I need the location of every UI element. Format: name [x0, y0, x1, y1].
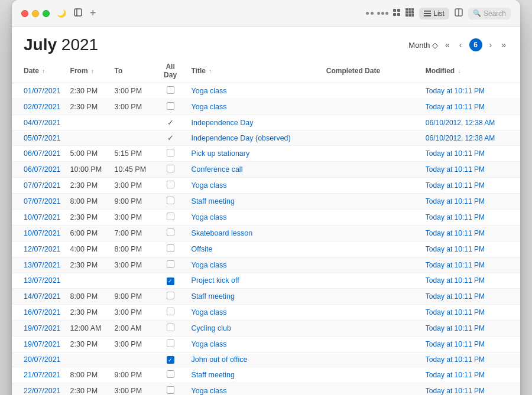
- date-cell[interactable]: 07/07/2021: [12, 194, 66, 210]
- checkbox-unchecked[interactable]: [167, 324, 174, 331]
- add-icon[interactable]: +: [90, 7, 96, 19]
- date-cell[interactable]: 20/07/2021: [12, 352, 66, 367]
- date-cell[interactable]: 13/07/2021: [12, 273, 66, 289]
- checkbox-unchecked[interactable]: [167, 308, 174, 315]
- nav-forward-button[interactable]: ›: [487, 39, 495, 51]
- col-header-from[interactable]: From ↑: [66, 59, 110, 83]
- date-cell[interactable]: 04/07/2021: [12, 115, 66, 130]
- checkbox-unchecked[interactable]: [167, 244, 174, 252]
- date-cell[interactable]: 10/07/2021: [12, 210, 66, 226]
- three-dots-icon[interactable]: [377, 12, 388, 15]
- checkbox-unchecked[interactable]: [167, 213, 174, 220]
- checkbox-unchecked[interactable]: [167, 228, 174, 236]
- allday-cell[interactable]: [154, 367, 187, 383]
- checkbox-unchecked[interactable]: [167, 165, 174, 172]
- title-cell[interactable]: Staff meeting: [187, 367, 322, 383]
- date-cell[interactable]: 10/07/2021: [12, 226, 66, 241]
- allday-cell[interactable]: [154, 336, 187, 352]
- checkbox-unchecked[interactable]: [167, 260, 174, 268]
- title-cell[interactable]: Pick up stationary: [187, 146, 322, 162]
- title-cell[interactable]: Yoga class: [187, 304, 322, 320]
- title-cell[interactable]: Offsite: [187, 241, 322, 257]
- nav-forward-forward-button[interactable]: »: [499, 39, 508, 51]
- title-cell[interactable]: John out of office: [187, 352, 322, 367]
- checkbox-unchecked[interactable]: [167, 197, 174, 204]
- checkbox-unchecked[interactable]: [167, 339, 174, 347]
- nav-back-back-button[interactable]: «: [443, 39, 452, 51]
- title-cell[interactable]: Independence Day: [187, 115, 322, 130]
- title-cell[interactable]: Independence Day (observed): [187, 130, 322, 146]
- allday-cell[interactable]: [154, 304, 187, 320]
- title-cell[interactable]: Yoga class: [187, 210, 322, 226]
- title-cell[interactable]: Skateboard lesson: [187, 226, 322, 241]
- search-box[interactable]: 🔍 Search: [468, 8, 511, 19]
- nav-back-button[interactable]: ‹: [457, 39, 465, 51]
- date-cell[interactable]: 19/07/2021: [12, 320, 66, 336]
- date-cell[interactable]: 14/07/2021: [12, 288, 66, 304]
- col-header-modified[interactable]: Modified ↓: [421, 59, 520, 83]
- allday-cell[interactable]: [154, 210, 187, 226]
- checkbox-unchecked[interactable]: [167, 181, 174, 188]
- allday-cell[interactable]: [154, 99, 187, 115]
- date-cell[interactable]: 05/07/2021: [12, 130, 66, 146]
- allday-cell[interactable]: [154, 383, 187, 396]
- allday-cell[interactable]: ✓: [154, 115, 187, 130]
- date-cell[interactable]: 21/07/2021: [12, 367, 66, 383]
- sidebar-toggle-icon[interactable]: [73, 8, 83, 19]
- today-button[interactable]: 6: [469, 38, 482, 51]
- date-cell[interactable]: 19/07/2021: [12, 336, 66, 352]
- date-cell[interactable]: 06/07/2021: [12, 146, 66, 162]
- title-cell[interactable]: Yoga class: [187, 257, 322, 273]
- title-cell[interactable]: Staff meeting: [187, 288, 322, 304]
- checkbox-unchecked[interactable]: [167, 386, 174, 394]
- split-view-icon[interactable]: [454, 8, 463, 19]
- title-cell[interactable]: Cycling club: [187, 320, 322, 336]
- allday-cell[interactable]: [154, 226, 187, 241]
- date-cell[interactable]: 22/07/2021: [12, 383, 66, 396]
- title-cell[interactable]: Project kick off: [187, 273, 322, 289]
- date-cell[interactable]: 16/07/2021: [12, 304, 66, 320]
- allday-cell[interactable]: ✓: [154, 352, 187, 367]
- col-header-title[interactable]: Title ↑: [187, 59, 322, 83]
- allday-cell[interactable]: ✓: [154, 273, 187, 289]
- date-cell[interactable]: 12/07/2021: [12, 241, 66, 257]
- title-cell[interactable]: Yoga class: [187, 83, 322, 99]
- month-dropdown[interactable]: Month ◇: [408, 41, 438, 50]
- close-button[interactable]: [21, 10, 28, 17]
- checkbox-unchecked[interactable]: [167, 292, 174, 299]
- allday-cell[interactable]: [154, 241, 187, 257]
- checkbox-unchecked[interactable]: [167, 370, 174, 378]
- checkbox-unchecked[interactable]: [167, 102, 174, 110]
- title-cell[interactable]: Conference call: [187, 162, 322, 178]
- allday-cell[interactable]: [154, 146, 187, 162]
- two-dots-icon[interactable]: [366, 12, 374, 15]
- fullscreen-button[interactable]: [43, 10, 50, 17]
- title-cell[interactable]: Yoga class: [187, 383, 322, 396]
- title-cell[interactable]: Yoga class: [187, 178, 322, 194]
- allday-cell[interactable]: [154, 194, 187, 210]
- allday-cell[interactable]: [154, 178, 187, 194]
- checkbox-unchecked[interactable]: [167, 86, 174, 94]
- date-cell[interactable]: 13/07/2021: [12, 257, 66, 273]
- date-cell[interactable]: 01/07/2021: [12, 83, 66, 99]
- allday-cell[interactable]: ✓: [154, 130, 187, 146]
- title-cell[interactable]: Yoga class: [187, 336, 322, 352]
- grid-small-icon[interactable]: [392, 8, 401, 19]
- allday-cell[interactable]: [154, 320, 187, 336]
- checkbox-unchecked[interactable]: [167, 149, 174, 156]
- checkbox-checked[interactable]: ✓: [167, 356, 174, 364]
- title-cell[interactable]: Yoga class: [187, 99, 322, 115]
- allday-cell[interactable]: [154, 257, 187, 273]
- col-header-date[interactable]: Date ↑: [12, 59, 66, 83]
- allday-cell[interactable]: [154, 83, 187, 99]
- minimize-button[interactable]: [32, 10, 39, 17]
- date-cell[interactable]: 07/07/2021: [12, 178, 66, 194]
- date-cell[interactable]: 06/07/2021: [12, 162, 66, 178]
- allday-cell[interactable]: [154, 288, 187, 304]
- checkbox-checked[interactable]: ✓: [167, 278, 174, 285]
- col-header-to[interactable]: To: [110, 59, 154, 83]
- grid-large-icon[interactable]: [405, 8, 414, 19]
- list-view-button[interactable]: List: [419, 8, 449, 19]
- title-cell[interactable]: Staff meeting: [187, 194, 322, 210]
- date-cell[interactable]: 02/07/2021: [12, 99, 66, 115]
